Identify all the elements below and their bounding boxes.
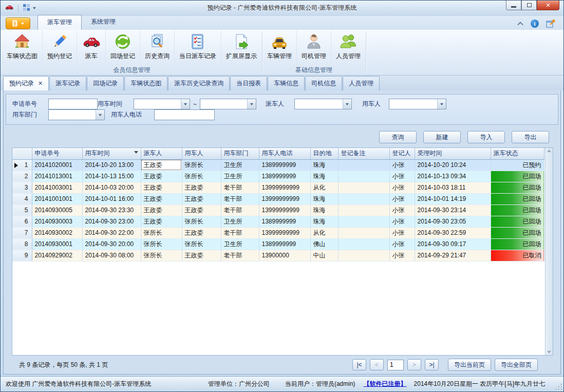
column-header-8[interactable]: 登记备注: [338, 148, 389, 159]
grid-cell[interactable]: 小张: [389, 227, 415, 238]
close-tab-icon[interactable]: ✕: [38, 80, 43, 86]
ribbon-tab-dispatch-manage[interactable]: 派车管理: [37, 15, 82, 30]
grid-cell[interactable]: 珠海: [310, 193, 338, 204]
grid-cell[interactable]: 小张: [389, 182, 415, 193]
grid-cell[interactable]: 卫生所: [221, 159, 259, 171]
grid-cell[interactable]: 13999999999: [259, 227, 310, 238]
grid-cell[interactable]: [338, 159, 389, 171]
next-page-button[interactable]: >: [407, 359, 421, 370]
grid-cell[interactable]: 王政委: [182, 250, 221, 261]
restore-button[interactable]: [521, 1, 537, 10]
grid-cell[interactable]: 1389999999: [259, 238, 310, 250]
grid-cell[interactable]: 老干部: [221, 227, 259, 238]
grid-cell[interactable]: 张所长: [182, 159, 221, 171]
grid-cell[interactable]: 王政委: [141, 159, 182, 171]
doc-tab-daily-report[interactable]: 当日报表: [230, 76, 267, 90]
export-button[interactable]: 导出: [512, 131, 549, 143]
table-row[interactable]: 7201409300022014-09-30 22:00张所长王政委老干部139…: [12, 227, 544, 238]
doc-tab-personnel-manage[interactable]: 人员管理: [343, 76, 380, 90]
grid-cell[interactable]: 2014-09-30 22:59: [415, 227, 491, 238]
grid-cell[interactable]: 20141013001: [32, 171, 82, 182]
column-header-6[interactable]: 用车人电话: [259, 148, 310, 159]
grid-cell[interactable]: 20141001001: [32, 193, 82, 204]
grid-cell[interactable]: 2014-10-01 16:00: [82, 193, 141, 204]
grid-cell[interactable]: 2014-09-30 09:17: [415, 238, 491, 250]
grid-cell[interactable]: 张所长: [141, 238, 182, 250]
grid-cell[interactable]: 20140930003: [32, 216, 82, 227]
grid-cell[interactable]: 2014-10-13 09:34: [415, 171, 491, 182]
dispatch-status-cell[interactable]: 已回场: [491, 227, 544, 238]
grid-cell[interactable]: 小张: [389, 193, 415, 204]
column-header-1[interactable]: 申请单号: [32, 148, 82, 159]
grid-cell[interactable]: 珠海: [310, 216, 338, 227]
grid-cell[interactable]: 2014-10-03 20:00: [82, 182, 141, 193]
column-header-2[interactable]: 用车时间: [82, 148, 141, 159]
qat-dropdown-caret-icon[interactable]: [33, 7, 36, 9]
ribbon-button-vehicle-manage[interactable]: 车辆管理: [262, 30, 297, 65]
grid-cell[interactable]: 2014-09-30 08:00: [82, 250, 141, 261]
layout-grid-icon[interactable]: [23, 4, 30, 13]
ribbon-button-today-dispatch-records[interactable]: 当日派车记录: [175, 30, 221, 65]
dispatch-status-cell[interactable]: 已回场: [491, 238, 544, 250]
grid-cell[interactable]: 2014-09-29 21:47: [415, 250, 491, 261]
grid-cell[interactable]: 张所长: [182, 171, 221, 182]
doc-tab-driver-info[interactable]: 司机信息: [305, 76, 342, 90]
grid-cell[interactable]: 13999999999: [259, 182, 310, 193]
table-row[interactable]: 5201409300052014-09-30 23:30王政委王政委老干部139…: [12, 204, 544, 216]
grid-cell[interactable]: 王政委: [182, 227, 221, 238]
dispatch-status-cell[interactable]: 已回场: [491, 182, 544, 193]
doc-tab-dispatch-records[interactable]: 派车记录: [49, 76, 86, 90]
column-header-9[interactable]: 登记人: [389, 148, 415, 159]
grid-cell[interactable]: 小张: [389, 238, 415, 250]
combo-dropdown-button[interactable]: [437, 99, 446, 109]
grid-cell[interactable]: 小张: [389, 204, 415, 216]
grid-cell[interactable]: 20140930005: [32, 204, 82, 216]
column-header-7[interactable]: 目的地: [310, 148, 338, 159]
filter-input-user-phone[interactable]: [154, 109, 215, 120]
grid-cell[interactable]: 王政委: [141, 204, 182, 216]
dispatch-status-cell[interactable]: 已回场: [491, 193, 544, 204]
ribbon-button-history-query[interactable]: 历史查询: [140, 30, 175, 65]
collapse-ribbon-chevron-icon[interactable]: [517, 22, 523, 26]
grid-cell[interactable]: 2014-09-30 23:14: [415, 204, 491, 216]
prev-page-button[interactable]: <: [370, 359, 384, 370]
minimize-button[interactable]: [506, 1, 521, 10]
grid-cell[interactable]: 13999999999: [259, 204, 310, 216]
ribbon-button-reservation-register[interactable]: 预约登记: [43, 30, 77, 65]
doc-tab-reservation-records[interactable]: 预约记录✕: [3, 76, 49, 90]
dispatch-status-cell[interactable]: 已回场: [491, 204, 544, 216]
application-menu-button[interactable]: [6, 17, 30, 29]
grid-cell[interactable]: 卫生所: [221, 216, 259, 227]
ribbon-button-dispatch[interactable]: 派车: [77, 30, 106, 65]
grid-cell[interactable]: 1389999999: [259, 171, 310, 182]
export-all-pages-button[interactable]: 导出全部页: [495, 359, 538, 371]
query-button[interactable]: 查询: [379, 131, 417, 143]
close-button[interactable]: ✕: [537, 1, 559, 10]
grid-cell[interactable]: 王政委: [141, 171, 182, 182]
license-registered-link[interactable]: 【软件已注册】: [364, 380, 407, 388]
export-current-page-button[interactable]: 导出当前页: [448, 359, 491, 371]
grid-cell[interactable]: 20140930001: [32, 238, 82, 250]
grid-cell[interactable]: 小张: [389, 216, 415, 227]
ribbon-button-personnel-manage[interactable]: 人员管理: [331, 30, 365, 65]
grid-cell[interactable]: 2014-09-30 23:00: [82, 216, 141, 227]
filter-combo-use-time-from[interactable]: [134, 99, 190, 109]
grid-cell[interactable]: 2014-10-03 18:11: [415, 182, 491, 193]
ribbon-button-return-register[interactable]: 回场登记: [106, 30, 140, 65]
grid-cell[interactable]: 珠海: [310, 204, 338, 216]
ribbon-tab-system-manage[interactable]: 系统管理: [82, 15, 125, 30]
column-header-10[interactable]: 受理时间: [415, 148, 491, 159]
grid-cell[interactable]: 王政委: [141, 193, 182, 204]
table-row[interactable]: 8201409300012014-09-30 20:00张所长张所长卫生所138…: [12, 238, 544, 250]
grid-cell[interactable]: 2014-09-30 23:05: [415, 216, 491, 227]
create-button[interactable]: 新建: [423, 131, 461, 143]
combo-dropdown-button[interactable]: [247, 99, 256, 109]
grid-cell[interactable]: 小张: [389, 171, 415, 182]
ribbon-button-driver-manage[interactable]: 司机管理: [297, 30, 331, 65]
info-icon[interactable]: i: [531, 20, 539, 28]
grid-cell[interactable]: [338, 182, 389, 193]
grid-cell[interactable]: 张所长: [182, 216, 221, 227]
first-page-button[interactable]: |<: [352, 359, 366, 370]
grid-cell[interactable]: 珠海: [310, 159, 338, 171]
about-window-icon[interactable]: [546, 19, 555, 28]
